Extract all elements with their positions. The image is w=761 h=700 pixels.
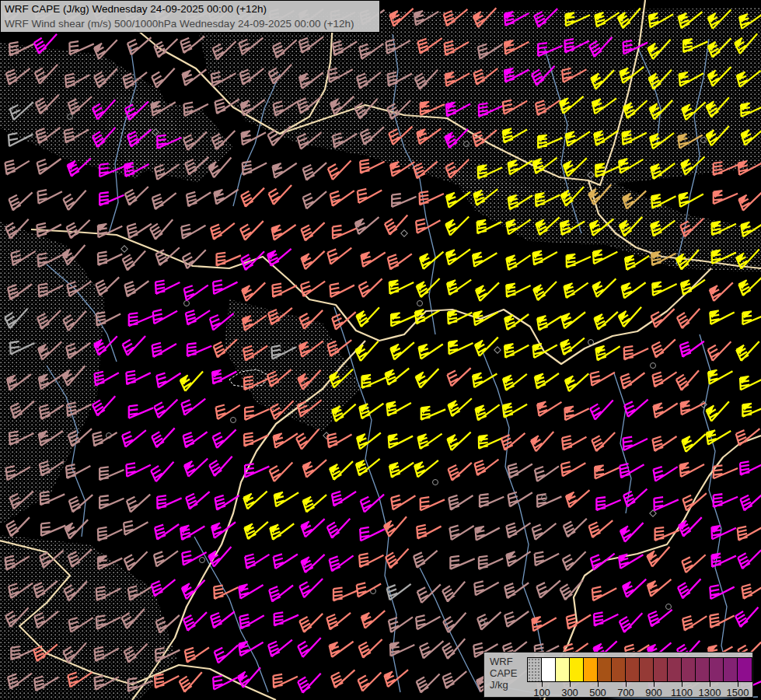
legend-tick-label: 900 xyxy=(645,687,662,698)
legend-color-cell xyxy=(724,658,738,681)
legend-tick xyxy=(738,681,738,687)
legend-tick-label: 1500 xyxy=(727,687,749,698)
legend-tick xyxy=(710,681,710,687)
legend-label-model: WRF xyxy=(490,656,527,667)
legend-tick-label: 100 xyxy=(533,687,550,698)
map-title-box: WRF CAPE (J/kg) Wednesday 24-09-2025 00:… xyxy=(0,0,380,33)
cape-title: WRF CAPE (J/kg) Wednesday 24-09-2025 00:… xyxy=(5,2,375,16)
legend-tick xyxy=(598,681,599,687)
legend-color-cell xyxy=(528,658,542,681)
legend-label-units: J/kg xyxy=(490,679,527,691)
legend-colorbar-area: 100300500700900110013001500 xyxy=(527,657,752,697)
legend-color-cell xyxy=(612,658,626,681)
legend-tick xyxy=(626,681,627,687)
legend-color-cell xyxy=(626,658,640,681)
weather-map-stage: WRF CAPE (J/kg) Wednesday 24-09-2025 00:… xyxy=(0,0,761,700)
legend-color-cell xyxy=(738,658,752,681)
legend-tick xyxy=(682,681,682,687)
wind-shear-title: WRF Wind shear (m/s) 500/1000hPa Wednesd… xyxy=(5,16,375,31)
legend-tick xyxy=(542,681,543,687)
cape-legend: WRF CAPE J/kg 10030050070090011001300150… xyxy=(483,652,753,698)
legend-color-cell xyxy=(682,658,696,681)
legend-tick-label: 1300 xyxy=(699,687,721,698)
legend-color-cell xyxy=(556,658,570,681)
legend-tick xyxy=(654,681,655,687)
legend-color-cell xyxy=(542,658,556,681)
legend-color-cell xyxy=(570,658,584,681)
legend-tick-label: 500 xyxy=(589,687,606,698)
legend-color-cell xyxy=(584,658,598,681)
legend-tick-label: 300 xyxy=(561,687,578,698)
legend-tick xyxy=(570,681,571,687)
legend-color-cell xyxy=(654,658,668,681)
legend-labels: WRF CAPE J/kg xyxy=(484,653,527,697)
legend-color-cell xyxy=(710,658,724,681)
legend-color-cell xyxy=(668,658,682,681)
legend-colorbar xyxy=(527,657,752,682)
legend-color-cell xyxy=(696,658,710,681)
legend-tick-label: 700 xyxy=(617,687,634,698)
legend-label-variable: CAPE xyxy=(490,667,527,679)
weather-map-canvas xyxy=(0,0,761,700)
legend-color-cell xyxy=(598,658,612,681)
legend-color-cell xyxy=(640,658,654,681)
legend-tick-label: 1100 xyxy=(671,687,693,698)
